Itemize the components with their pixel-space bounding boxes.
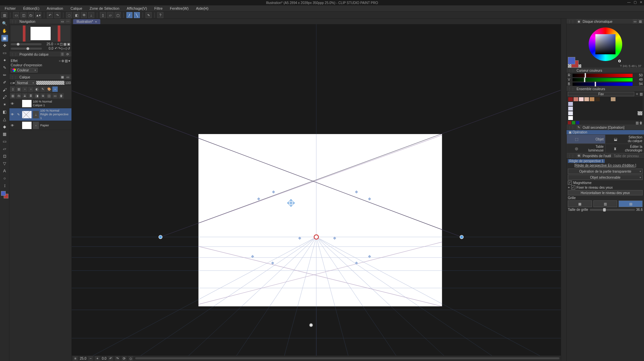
status-flip-icon[interactable]: ◇ bbox=[128, 356, 133, 361]
colorset-preset-select[interactable]: Fav bbox=[568, 92, 634, 96]
recent-swatch[interactable] bbox=[568, 121, 571, 124]
color-swatch[interactable] bbox=[605, 111, 611, 116]
color-swatch[interactable] bbox=[627, 116, 632, 120]
flip-h-icon[interactable]: ▷◁ bbox=[61, 47, 67, 50]
preset-add-icon[interactable]: ✧ bbox=[636, 92, 638, 96]
menu-help[interactable]: Aide(H) bbox=[193, 6, 212, 11]
snap-check[interactable]: ✓ Magnétisme bbox=[568, 181, 643, 185]
tool-marquee[interactable]: ▭ bbox=[1, 50, 8, 56]
tool-line[interactable]: ▽ bbox=[1, 160, 8, 167]
color-swatch[interactable] bbox=[595, 102, 600, 106]
layer-thumb[interactable] bbox=[22, 100, 32, 107]
color-swatch[interactable] bbox=[621, 102, 627, 106]
menu-select[interactable]: Zone de Sélection bbox=[86, 6, 123, 11]
r-slider[interactable] bbox=[573, 74, 633, 77]
color-swatch[interactable] bbox=[600, 106, 605, 111]
tool-zoom[interactable]: 🔍 bbox=[1, 20, 8, 27]
color-swatch[interactable] bbox=[573, 106, 579, 111]
draft-icon[interactable]: ✎ bbox=[40, 86, 46, 92]
cmd-new-icon[interactable]: ▥ bbox=[1, 12, 7, 18]
cmd-redo-icon[interactable]: ↷ bbox=[54, 12, 60, 18]
color-swatch[interactable] bbox=[610, 102, 616, 106]
zoom-in-icon[interactable]: + bbox=[57, 42, 59, 46]
color-swatch[interactable] bbox=[616, 97, 621, 102]
color-swatch[interactable] bbox=[589, 106, 595, 111]
color-swatch[interactable] bbox=[605, 116, 611, 120]
drag-handle-icon[interactable]: ⋮⋮ bbox=[11, 20, 17, 23]
fit2-icon[interactable]: ▣ bbox=[67, 42, 70, 46]
color-swatch[interactable] bbox=[627, 106, 632, 111]
layer-color-icon[interactable]: 🎨 bbox=[46, 86, 52, 92]
color-swatch[interactable] bbox=[616, 116, 621, 120]
hue-ring[interactable] bbox=[589, 27, 622, 61]
ruler-chip[interactable]: Règle de perspective 1 bbox=[568, 159, 605, 163]
layer-thumb[interactable] bbox=[22, 111, 32, 118]
lock-pos-icon[interactable]: ▫ bbox=[22, 86, 28, 92]
color-swatch[interactable] bbox=[621, 106, 627, 111]
transparent-op-select[interactable]: Opération de la partie transparente ▾ bbox=[568, 169, 643, 174]
tool-fill[interactable]: ◆ bbox=[1, 123, 8, 130]
cmd-edit-icon[interactable]: ✎ bbox=[146, 12, 152, 18]
color-swatch[interactable] bbox=[605, 97, 611, 102]
color-swatch[interactable] bbox=[584, 116, 589, 120]
color-swatch[interactable] bbox=[579, 102, 584, 106]
grid-icon[interactable]: ▦ bbox=[63, 42, 66, 46]
close-icon[interactable]: × bbox=[95, 20, 97, 23]
color-swatch[interactable] bbox=[579, 116, 584, 120]
status-reset-icon[interactable]: ⟳ bbox=[122, 356, 126, 361]
cmd-crop-icon[interactable]: ⟂ bbox=[88, 12, 94, 18]
ref-icon[interactable]: ◐ bbox=[34, 86, 40, 92]
swatch-add-icon[interactable]: ▥ bbox=[636, 121, 639, 125]
color-swatch[interactable] bbox=[589, 111, 595, 116]
cmd-help-icon[interactable]: ? bbox=[157, 12, 163, 18]
color-swatch[interactable] bbox=[605, 106, 611, 111]
color-swatch[interactable] bbox=[632, 116, 637, 120]
fx-more-icon[interactable]: ▾ bbox=[68, 59, 70, 63]
nav-canvas-thumb[interactable] bbox=[31, 27, 51, 40]
color-swatch[interactable] bbox=[584, 102, 589, 106]
tool-eyedrop[interactable]: ✎ bbox=[1, 64, 8, 71]
recent-swatch[interactable] bbox=[572, 121, 575, 124]
ruler-type-icon[interactable]: ⟂ bbox=[33, 111, 39, 118]
color-swatch[interactable] bbox=[637, 106, 643, 111]
status-scrollbar[interactable] bbox=[135, 357, 559, 359]
horizontalize-btn[interactable]: Horizontaliser le niveau des yeux bbox=[568, 190, 643, 195]
colorwheel-header[interactable]: ⋮⋮ ◉ Disque chromatique ▭ ▥ bbox=[567, 19, 644, 24]
b-slider[interactable] bbox=[573, 82, 633, 86]
checkbox-icon[interactable]: ✓ bbox=[568, 181, 572, 185]
layers-grid-icon[interactable]: ▦ bbox=[60, 75, 65, 79]
tool-correct[interactable]: ⟟ bbox=[1, 182, 8, 189]
color-swatch[interactable] bbox=[627, 97, 632, 102]
tool-hand[interactable]: ✋ bbox=[1, 27, 8, 34]
tool-wand[interactable]: ✦ bbox=[1, 57, 8, 64]
status-grip-icon[interactable]: ≡ bbox=[73, 356, 78, 361]
layerprop-header[interactable]: ⋮⋮ Propriété du calque ☰ ⟳ bbox=[9, 52, 71, 57]
zoom-slider[interactable] bbox=[11, 43, 42, 45]
menu-filter[interactable]: Filtre bbox=[151, 6, 166, 11]
color-swatch[interactable] bbox=[595, 116, 600, 120]
paper-type-icon[interactable]: ▫ bbox=[33, 122, 39, 129]
clip-icon[interactable]: ▫ bbox=[28, 86, 34, 92]
tool-pencil[interactable]: ✐ bbox=[1, 79, 8, 86]
r-value[interactable]: 50 bbox=[634, 73, 643, 77]
color-swatch[interactable] bbox=[568, 97, 573, 102]
cmd-snap3-icon[interactable]: ▢ bbox=[115, 12, 121, 18]
color-swatch[interactable] bbox=[621, 97, 627, 102]
menu-edit[interactable]: Édition(E) bbox=[20, 6, 43, 11]
layer-thumb[interactable] bbox=[22, 122, 32, 129]
rot-right-icon[interactable]: ↷ bbox=[58, 47, 61, 50]
color-swatch[interactable] bbox=[637, 102, 643, 106]
right-dock-strip[interactable] bbox=[561, 19, 566, 361]
nav-min-icon[interactable]: ▭ bbox=[60, 19, 65, 24]
color-swatch[interactable] bbox=[621, 116, 627, 120]
xfer-down-icon[interactable]: ⇊ bbox=[22, 93, 28, 99]
layer-item-paper[interactable]: 👁 ▫ Papier bbox=[9, 121, 71, 130]
ring-icon[interactable]: ◉ bbox=[577, 19, 581, 24]
new-folder-icon[interactable]: 🗀 bbox=[16, 93, 21, 99]
v-value[interactable]: 49 bbox=[634, 78, 643, 81]
color-swatch[interactable] bbox=[579, 111, 584, 116]
cmd-persp-edit-icon[interactable]: ╲ bbox=[134, 12, 140, 18]
fx-layer-icon[interactable]: ▥ bbox=[65, 59, 68, 63]
color-swatch[interactable] bbox=[616, 111, 621, 116]
fx-tone-icon[interactable]: ⊛ bbox=[61, 59, 64, 63]
